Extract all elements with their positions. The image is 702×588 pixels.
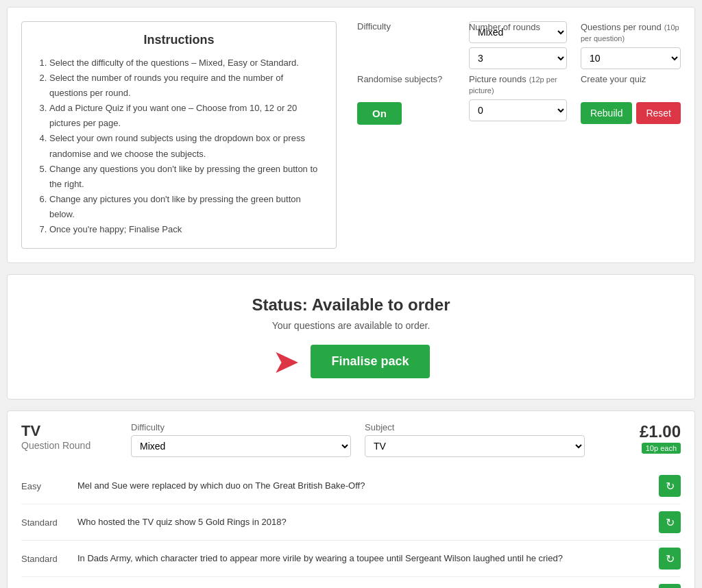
page-wrapper: Instructions Select the difficulty of th… [0,0,702,588]
round-subject-select[interactable]: TVMusicSportHistory [365,435,585,457]
qpr-select-col: 5101520 [581,47,681,69]
question-row: StandardName either of the two men co-ho… [21,577,681,588]
instruction-step-4: Select your own round subjects using the… [49,131,322,161]
round-subtitle: Question Round [21,440,117,451]
question-difficulty: Standard [21,554,69,564]
round-subject-label: Subject [365,422,585,432]
round-price-badge: 10p each [642,443,681,454]
round-card: TV Question Round Difficulty MixedEasySt… [7,411,695,588]
difficulty-label: Difficulty [357,21,455,32]
round-header: TV Question Round Difficulty MixedEasySt… [21,422,681,457]
question-difficulty: Easy [21,481,69,491]
create-btn-col: Rebuild Reset [581,99,681,125]
round-price-block: £1.00 10p each [598,422,681,454]
question-refresh-button[interactable]: ↻ [659,475,681,497]
questions-list: EasyMel and Sue were replaced by which d… [21,468,681,588]
instruction-step-2: Select the number of rounds you require … [49,71,322,101]
question-row: EasyMel and Sue were replaced by which d… [21,468,681,504]
randomise-btn-col: On [357,99,455,125]
picture-label: Picture rounds [469,74,526,84]
reset-button[interactable]: Reset [636,102,681,124]
round-difficulty-label: Difficulty [131,422,351,432]
round-subject-block: Subject TVMusicSportHistory [365,422,585,457]
finalise-pack-button[interactable]: Finalise pack [311,345,429,378]
status-title: Status: Available to order [21,295,681,315]
finalise-row: ➤ Finalise pack [21,345,681,378]
difficulty-label-col: Difficulty [357,21,455,43]
instructions-title: Instructions [36,33,322,47]
instructions-panel: Instructions Select the difficulty of th… [21,21,337,249]
status-card: Status: Available to order Your question… [7,274,695,400]
picture-select[interactable]: 0101220 [469,99,567,121]
round-difficulty-block: Difficulty MixedEasyStandard [131,422,351,457]
arrow-right-icon: ➤ [272,345,300,378]
question-refresh-button[interactable]: ↻ [659,584,681,588]
qpr-select[interactable]: 5101520 [581,47,681,69]
instructions-list: Select the difficulty of the questions –… [36,56,322,237]
round-title-block: TV Question Round [21,422,117,451]
question-text: Who hosted the TV quiz show 5 Gold Rings… [77,516,651,528]
qpr-label: Questions per round [581,22,662,32]
settings-panel: Difficulty Mixed Easy Standard Number of… [357,21,681,249]
randomise-label: Randomise subjects? [357,74,442,84]
picture-label-col: Picture rounds (12p per picture) [469,73,567,95]
instruction-step-5: Change any questions you don't like by p… [49,162,322,192]
create-label-col: Create your quiz [581,73,681,95]
question-row: StandardWho hosted the TV quiz show 5 Go… [21,504,681,541]
instruction-step-3: Add a Picture Quiz if you want one – Cho… [49,101,322,131]
question-text: In Dads Army, which character tried to a… [77,552,651,565]
rounds-select[interactable]: 12345 [469,47,567,69]
round-difficulty-select[interactable]: MixedEasyStandard [131,435,351,457]
status-subtitle: Your questions are available to order. [21,320,681,331]
rounds-label: Number of rounds [469,22,540,32]
create-btn-group: Rebuild Reset [581,102,681,124]
randomise-on-button[interactable]: On [357,102,402,125]
rounds-label-col: Number of rounds [469,21,567,43]
question-refresh-button[interactable]: ↻ [659,548,681,569]
question-row: StandardIn Dads Army, which character tr… [21,541,681,577]
round-title: TV [21,422,117,440]
instruction-step-1: Select the difficulty of the questions –… [49,56,322,71]
randomise-label-col: Randomise subjects? [357,73,455,95]
question-text: Mel and Sue were replaced by which duo o… [77,480,651,492]
instruction-step-6: Change any pictures you don't like by pr… [49,192,322,222]
instruction-step-7: Once you're happy; Finalise Pack [49,222,322,237]
picture-select-col: 0101220 [469,99,567,125]
create-label: Create your quiz [581,74,646,84]
rebuild-button[interactable]: Rebuild [581,102,632,124]
qpr-label-col: Questions per round (10p per question) [581,21,681,43]
question-refresh-button[interactable]: ↻ [659,511,681,533]
round-price: £1.00 [598,422,681,441]
top-card: Instructions Select the difficulty of th… [7,7,695,263]
rounds-select-col: 12345 [469,47,567,69]
question-difficulty: Standard [21,517,69,528]
